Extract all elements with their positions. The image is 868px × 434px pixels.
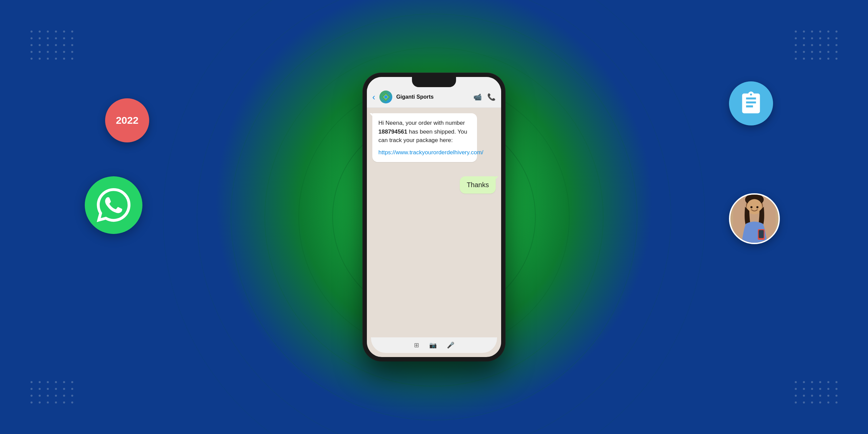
dot-pattern-bl	[31, 381, 73, 403]
dot-pattern-br	[795, 381, 837, 403]
microphone-icon[interactable]: 🎤	[447, 341, 454, 349]
camera-icon[interactable]: 📷	[429, 341, 437, 349]
sticker-icon[interactable]: ⊞	[414, 341, 419, 349]
clipboard-badge	[729, 81, 773, 125]
chat-area: Hi Neena, your order with number 1887945…	[367, 108, 501, 344]
phone-notch	[412, 77, 456, 87]
user-figure-icon	[730, 193, 778, 243]
phone-screen: ‹ Giganti Sports 📹 📞	[367, 77, 501, 357]
chat-input-bar[interactable]: ⊞ 📷 🎤	[371, 337, 497, 353]
contact-avatar	[379, 91, 392, 103]
dot-pattern-tl	[31, 31, 73, 60]
header-icons: 📹 📞	[473, 93, 496, 101]
clipboard-icon	[739, 92, 763, 115]
whatsapp-icon	[97, 188, 131, 222]
contact-name: Giganti Sports	[396, 94, 469, 100]
svg-rect-7	[759, 230, 764, 238]
tracking-link[interactable]: https://www.trackyourorderdelhivery.com/	[378, 148, 471, 157]
badge-2022-label: 2022	[116, 115, 139, 126]
phone: ‹ Giganti Sports 📹 📞	[363, 73, 505, 361]
badge-2022: 2022	[105, 98, 149, 142]
dot-pattern-tr	[795, 31, 837, 60]
phone-call-icon[interactable]: 📞	[487, 93, 496, 101]
whatsapp-badge	[85, 176, 142, 234]
user-avatar	[729, 193, 780, 244]
video-call-icon[interactable]: 📹	[473, 93, 482, 101]
back-button[interactable]: ‹	[372, 92, 375, 102]
outgoing-message-text: Thanks	[467, 181, 489, 189]
incoming-message: Hi Neena, your order with number 1887945…	[372, 113, 477, 162]
svg-point-5	[756, 206, 758, 208]
outgoing-message: Thanks	[460, 176, 496, 194]
phone-wrapper: ‹ Giganti Sports 📹 📞	[363, 73, 505, 361]
incoming-message-text: Hi Neena, your order with number 1887945…	[378, 119, 471, 145]
svg-point-4	[750, 206, 752, 208]
